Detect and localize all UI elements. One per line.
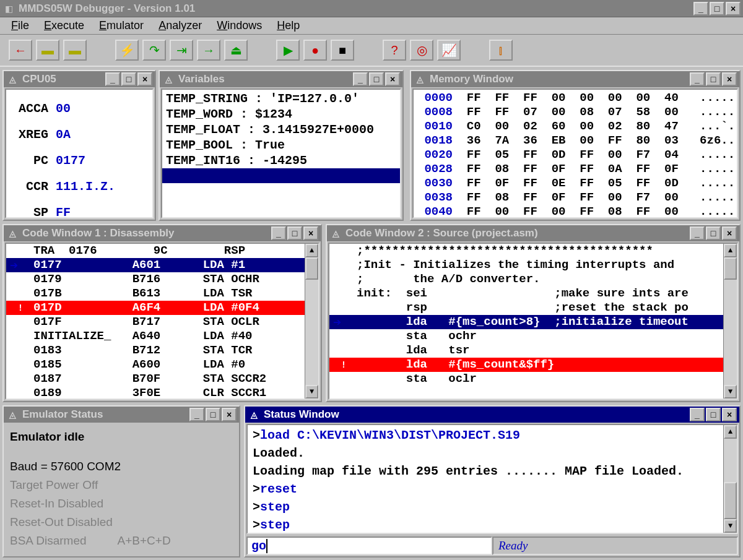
stop-button[interactable]: ■ [331,40,354,61]
maximize-button[interactable]: □ [369,72,384,86]
code-line[interactable]: rsp ;reset the stack po [329,301,737,315]
mem-row: 0010 C0 00 02 60 00 02 80 47 ...`...G [414,119,737,134]
code2-window[interactable]: ◬ Code Window 2 : Source (project.asm) _… [326,224,741,402]
memory-window[interactable]: ◬ Memory Window _□× 0000 FF FF FF 00 00 … [410,70,741,221]
maximize-button[interactable]: □ [706,408,721,421]
minimize-button[interactable]: _ [690,72,705,86]
chip2-button[interactable]: ▬ [63,40,87,61]
menu-file[interactable]: File [5,18,35,33]
code-line[interactable]: ;Init - Initializes the timing interrupt… [329,258,737,272]
code-line[interactable]: 0179 B716 STA OCHR [6,272,318,286]
menu-emulator[interactable]: Emulator [93,18,150,33]
variables-window[interactable]: ◬ Variables _□× TEMP_STRING : 'IP=127.0.… [159,70,404,221]
variables-title: Variables [178,73,353,85]
menu-help[interactable]: Help [271,18,306,33]
minimize-button[interactable]: _ [189,408,204,421]
scroll-thumb[interactable] [305,257,318,280]
close-button[interactable]: × [722,72,737,86]
code-line[interactable]: 0185 A600 LDA #0 [6,358,318,372]
target-button[interactable]: ◎ [410,40,433,61]
code1-titlebar[interactable]: ◬ Code Window 1 : Disassembly _□× [4,225,321,241]
status-window[interactable]: ◬ Status Window _□× >load C:\KEVIN\WIN3\… [244,405,741,558]
code-line[interactable]: 017F B717 STA OCLR [6,315,318,329]
minimize-button[interactable]: _ [690,226,705,240]
emulator-titlebar[interactable]: ◬ Emulator Status _□× [4,407,239,423]
code-line[interactable]: sta oclr [329,372,737,386]
scrollbar[interactable]: ▲▼ [305,244,318,398]
emulator-state: Emulator idle [10,428,233,446]
menu-windows[interactable]: Windows [211,18,268,33]
code-line[interactable]: lda #{ms_count>8} ;initialize timeout➔ [329,315,737,329]
record-button[interactable]: ● [303,40,327,61]
scroll-thumb[interactable] [724,257,737,280]
cpu-titlebar[interactable]: ◬ CPU05 _□× [4,71,155,87]
variables-titlebar[interactable]: ◬ Variables _□× [160,71,402,87]
close-button[interactable]: × [726,2,741,15]
scroll-up-button[interactable]: ▲ [305,244,318,257]
step-over-button[interactable]: ↷ [142,40,166,61]
scroll-down-button[interactable]: ▼ [724,385,737,398]
close-button[interactable]: × [722,408,737,421]
code-line[interactable]: ;***************************************… [329,244,737,258]
code-line[interactable]: 017B B613 LDA TSR [6,286,318,301]
maximize-button[interactable]: □ [710,2,724,15]
play-button[interactable]: ▶ [276,40,300,61]
code-line[interactable]: lda tsr [329,343,737,358]
minimize-button[interactable]: _ [105,72,120,86]
scroll-up-button[interactable]: ▲ [724,244,737,257]
memory-titlebar[interactable]: ◬ Memory Window _□× [411,71,739,87]
goto-button[interactable]: ⏏ [224,40,248,61]
memory-content: 0000 FF FF FF 00 00 00 00 40 .......@ 00… [412,88,738,218]
code-line[interactable]: sta ochr [329,329,737,343]
minimize-button[interactable]: _ [271,226,286,240]
code-line[interactable]: TRA 0176 9C RSP [6,244,318,258]
step-into-button[interactable]: ⇥ [170,40,193,61]
maximize-button[interactable]: □ [206,408,220,421]
code1-window[interactable]: ◬ Code Window 1 : Disassembly _□× TRA 01… [2,224,322,402]
cpu-window[interactable]: ◬ CPU05 _□× ACCA 00XREG 0A PC 0177 CCR 1… [2,70,156,221]
maximize-button[interactable]: □ [706,72,721,86]
code-line[interactable]: 0189 3F0E CLR SCCR1 [6,386,318,400]
maximize-button[interactable]: □ [287,226,302,240]
maximize-button[interactable]: □ [121,72,136,86]
close-button[interactable]: × [303,226,318,240]
menu-execute[interactable]: Execute [38,18,90,33]
cpu-title: CPU05 [22,73,105,85]
scroll-down-button[interactable]: ▼ [305,385,318,398]
close-button[interactable]: × [222,408,237,421]
command-input[interactable]: go [246,536,492,555]
scroll-thumb[interactable] [724,482,737,519]
scroll-down-button[interactable]: ▼ [724,519,737,533]
code-line[interactable]: lda #{ms_count&$ff}! [329,358,737,372]
scrollbar[interactable]: ▲▼ [723,244,737,398]
code-line[interactable]: init: sei ;make sure ints are [329,286,737,301]
close-button[interactable]: × [137,72,152,86]
minimize-button[interactable]: _ [690,408,705,421]
run-arrow-button[interactable]: → [197,40,220,61]
code-line[interactable]: 0177 A601 LDA #1➔ [6,258,318,272]
analyze-button[interactable]: ⫿ [489,40,513,61]
menu-analyzer[interactable]: Analyzer [152,18,208,33]
scrollbar[interactable]: ▲▼ [723,425,737,533]
code-line[interactable]: INITIALIZE_ A640 LDA #40 [6,329,318,343]
mem-row: 0028 FF 08 FF 0F FF 0A FF 0F ........ [414,162,737,176]
trace-button[interactable]: 📈 [437,40,461,61]
code-line[interactable]: 0187 B70F STA SCCR2 [6,372,318,386]
minimize-button[interactable]: _ [353,72,368,86]
code-line[interactable]: ; the A/D converter. [329,272,737,286]
help-button[interactable]: ? [383,40,406,61]
lightning-button[interactable]: ⚡ [115,40,139,61]
chip1-button[interactable]: ▬ [36,40,59,61]
status-titlebar[interactable]: ◬ Status Window _□× [245,407,739,423]
maximize-button[interactable]: □ [706,226,721,240]
code-line[interactable]: 017D A6F4 LDA #0F4! [6,301,318,315]
emulator-status-window[interactable]: ◬ Emulator Status _□× Emulator idle Baud… [2,405,240,558]
close-button[interactable]: × [722,226,737,240]
close-button[interactable]: × [385,72,400,86]
scroll-up-button[interactable]: ▲ [724,425,737,439]
code2-titlebar[interactable]: ◬ Code Window 2 : Source (project.asm) _… [327,225,739,241]
back-button[interactable]: ← [9,40,32,61]
minimize-button[interactable]: _ [693,2,708,15]
code-line[interactable]: 0183 B712 STA TCR [6,343,318,358]
mem-row: 0038 FF 08 FF 0F FF 00 F7 00 ........ [414,191,737,205]
